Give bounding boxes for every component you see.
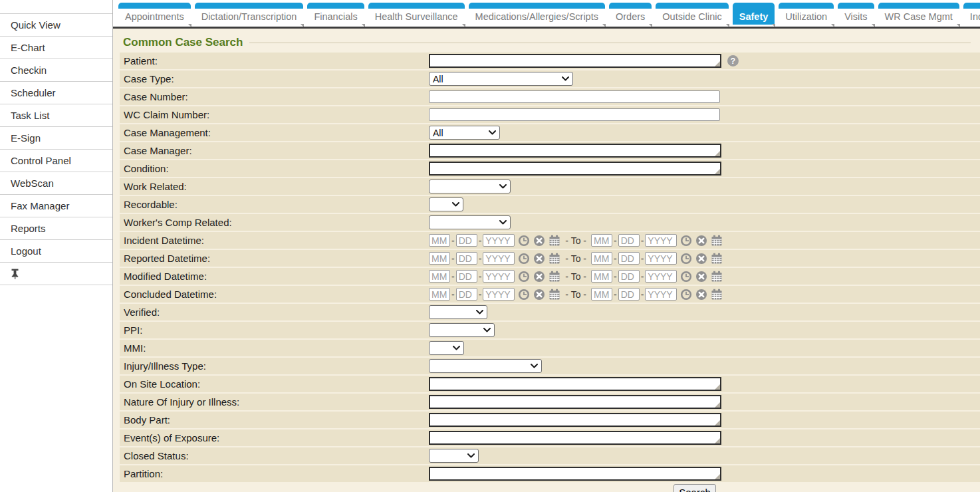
- condition-input[interactable]: [429, 162, 721, 176]
- modified-datetime-to-month-input[interactable]: [591, 270, 612, 283]
- modified-datetime-from-month-input[interactable]: [429, 270, 450, 283]
- tab-health-surveillance[interactable]: Health Surveillance: [368, 3, 465, 25]
- modified-datetime-to-day-input[interactable]: [618, 270, 640, 283]
- calendar-icon[interactable]: [549, 235, 560, 247]
- tab-outside-clinic[interactable]: Outside Clinic: [656, 3, 728, 25]
- clear-icon[interactable]: [695, 289, 707, 301]
- tab-orders[interactable]: Orders: [609, 3, 652, 25]
- case-manager-input[interactable]: [429, 144, 721, 158]
- calendar-icon[interactable]: [711, 289, 723, 301]
- calendar-icon[interactable]: [711, 235, 723, 247]
- clear-icon[interactable]: [533, 271, 545, 283]
- sidebar-pin-toggle[interactable]: [0, 263, 112, 285]
- patient-input-field[interactable]: [430, 55, 720, 66]
- concluded-datetime-from-month-input[interactable]: [429, 288, 450, 301]
- sidebar-item-quick-view[interactable]: Quick View: [0, 14, 112, 37]
- nature-of-injury-input[interactable]: [429, 395, 721, 409]
- incident-datetime-from-day-input[interactable]: [456, 234, 477, 247]
- reported-datetime-from-year-input[interactable]: [483, 252, 515, 265]
- case-management-select[interactable]: All: [429, 126, 500, 140]
- partition-input[interactable]: [429, 467, 721, 481]
- sidebar-item-e-sign[interactable]: E-Sign: [0, 127, 112, 150]
- tab-utilization[interactable]: Utilization: [779, 3, 834, 25]
- recordable-select[interactable]: [429, 197, 463, 211]
- concluded-datetime-to-month-input[interactable]: [591, 288, 612, 301]
- events-of-exposure-input[interactable]: [429, 431, 721, 445]
- clock-icon[interactable]: [680, 253, 692, 265]
- body-part-input-field[interactable]: [430, 414, 720, 426]
- sidebar-item-e-chart[interactable]: E-Chart: [0, 37, 112, 59]
- clear-icon[interactable]: [695, 235, 707, 247]
- calendar-icon[interactable]: [549, 271, 560, 283]
- tab-industrial-hygiene[interactable]: Industrial Hygiene: [963, 3, 980, 25]
- clock-icon[interactable]: [518, 289, 530, 301]
- case-manager-input-field[interactable]: [430, 145, 720, 156]
- reported-datetime-from-month-input[interactable]: [429, 252, 450, 265]
- incident-datetime-from-year-input[interactable]: [483, 234, 515, 247]
- clock-icon[interactable]: [680, 235, 692, 247]
- events-of-exposure-input-field[interactable]: [430, 432, 720, 443]
- modified-datetime-to-year-input[interactable]: [645, 270, 677, 283]
- patient-input[interactable]: [429, 54, 721, 68]
- clear-icon[interactable]: [533, 253, 545, 265]
- clock-icon[interactable]: [680, 289, 692, 301]
- tab-medications-allergies-scripts[interactable]: Medications/Allergies/Scripts: [469, 3, 605, 25]
- sidebar-item-checkin[interactable]: Checkin: [0, 59, 112, 82]
- clock-icon[interactable]: [680, 271, 692, 283]
- tab-safety[interactable]: Safety: [733, 3, 775, 25]
- body-part-input[interactable]: [429, 413, 721, 427]
- reported-datetime-from-day-input[interactable]: [456, 252, 477, 265]
- incident-datetime-to-month-input[interactable]: [591, 234, 612, 247]
- workers-comp-related-select[interactable]: [429, 215, 511, 229]
- tab-appointments[interactable]: Appointments: [118, 3, 191, 25]
- clock-icon[interactable]: [518, 253, 530, 265]
- work-related-select[interactable]: [429, 180, 511, 193]
- calendar-icon[interactable]: [549, 253, 560, 265]
- help-icon[interactable]: ?: [727, 55, 739, 66]
- injury-illness-type-select[interactable]: [429, 359, 542, 373]
- on-site-location-input-field[interactable]: [430, 378, 720, 390]
- incident-datetime-to-day-input[interactable]: [618, 234, 640, 247]
- tab-financials[interactable]: Financials: [307, 3, 364, 25]
- clock-icon[interactable]: [518, 235, 530, 247]
- clear-icon[interactable]: [533, 235, 545, 247]
- closed-status-select[interactable]: [429, 449, 479, 463]
- partition-input-field[interactable]: [430, 468, 720, 479]
- condition-input-field[interactable]: [430, 163, 720, 174]
- on-site-location-input[interactable]: [429, 377, 721, 391]
- case-type-select[interactable]: All: [429, 72, 573, 86]
- case-number-input[interactable]: [429, 90, 720, 103]
- modified-datetime-from-day-input[interactable]: [456, 270, 477, 283]
- incident-datetime-from-month-input[interactable]: [429, 234, 450, 247]
- reported-datetime-to-month-input[interactable]: [591, 252, 612, 265]
- sidebar-item-logout[interactable]: Logout: [0, 240, 112, 263]
- sidebar-item-fax-manager[interactable]: Fax Manager: [0, 195, 112, 217]
- clock-icon[interactable]: [518, 271, 530, 283]
- incident-datetime-to-year-input[interactable]: [645, 234, 677, 247]
- calendar-icon[interactable]: [711, 253, 723, 265]
- calendar-icon[interactable]: [549, 289, 560, 301]
- tab-dictation-transcription[interactable]: Dictation/Transcription: [195, 3, 304, 25]
- ppi-select[interactable]: [429, 323, 495, 337]
- sidebar-item-reports[interactable]: Reports: [0, 217, 112, 240]
- concluded-datetime-to-day-input[interactable]: [618, 288, 640, 301]
- sidebar-item-scheduler[interactable]: Scheduler: [0, 82, 112, 104]
- modified-datetime-from-year-input[interactable]: [483, 270, 515, 283]
- concluded-datetime-to-year-input[interactable]: [645, 288, 677, 301]
- concluded-datetime-from-year-input[interactable]: [483, 288, 515, 301]
- concluded-datetime-from-day-input[interactable]: [456, 288, 477, 301]
- clear-icon[interactable]: [695, 271, 707, 283]
- reported-datetime-to-year-input[interactable]: [645, 252, 677, 265]
- mmi-select[interactable]: [429, 341, 464, 355]
- sidebar-item-task-list[interactable]: Task List: [0, 104, 112, 127]
- tab-wr-case-mgmt[interactable]: WR Case Mgmt: [878, 3, 959, 25]
- reported-datetime-to-day-input[interactable]: [618, 252, 640, 265]
- wc-claim-number-input[interactable]: [429, 108, 720, 121]
- nature-of-injury-input-field[interactable]: [430, 396, 720, 408]
- verified-select[interactable]: [429, 305, 487, 319]
- clear-icon[interactable]: [695, 253, 707, 265]
- sidebar-item-webscan[interactable]: WebScan: [0, 172, 112, 195]
- calendar-icon[interactable]: [711, 271, 723, 283]
- clear-icon[interactable]: [533, 289, 545, 301]
- sidebar-item-control-panel[interactable]: Control Panel: [0, 150, 112, 172]
